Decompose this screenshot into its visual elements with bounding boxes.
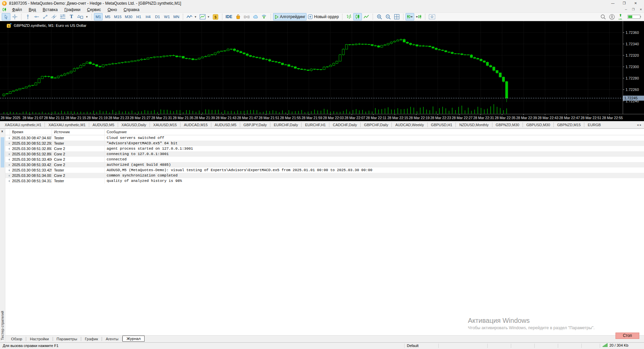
tab-graph[interactable]: График [81, 336, 102, 342]
chart-tab[interactable]: EURCHF,Daily [270, 122, 301, 127]
child-close-icon[interactable]: ✕ [640, 7, 642, 12]
journal-row[interactable]: 2025.03.30 08:51:34.313Testerquality of … [5, 178, 644, 184]
journal-row[interactable]: 2025.03.30 08:51:33.406Core 2connected [5, 157, 644, 162]
journal-row[interactable]: 2025.03.30 08:51:32.292Tester"Advisors\E… [5, 141, 644, 146]
stop-button[interactable]: Стоп [615, 333, 639, 339]
chart-tab[interactable]: XAGXAU.synthetic,H1 [1, 122, 45, 127]
chart-window-icon[interactable] [2, 7, 7, 12]
scroll-to-end-button[interactable] [406, 13, 414, 20]
vps-icon[interactable] [260, 13, 269, 20]
menu-charts[interactable]: Графики [61, 7, 84, 12]
indicators-dropdown-icon[interactable]: ▼ [194, 15, 197, 18]
menu-service[interactable]: Сервис [84, 7, 104, 12]
chart-tab[interactable]: AUDCAD,M15 [180, 122, 211, 127]
chart-shift-button[interactable] [414, 13, 423, 20]
chart-area[interactable]: 1.723601.723401.723201.723001.722801.722… [0, 21, 644, 121]
panel-close-icon[interactable]: x [1, 130, 3, 133]
journal-row[interactable]: 2025.03.30 08:51:34.001Core 2common sync… [5, 173, 644, 178]
horizontal-line-button[interactable] [32, 13, 41, 20]
journal-row[interactable]: 2025.03.30 08:51:32.893Core 2agent proce… [5, 146, 644, 151]
child-restore-icon[interactable]: ❐ [632, 7, 635, 12]
tab-settings[interactable]: Настройки [26, 336, 52, 342]
new-order-button[interactable]: Новый ордер [307, 13, 340, 20]
algo-trading-button[interactable]: Алготрейдинг [273, 13, 307, 20]
chart-tab[interactable]: XAGXAU.synthetic,M1 [45, 122, 89, 127]
profile-icon[interactable] [607, 13, 616, 20]
shapes-button[interactable]: ▼ [76, 13, 90, 20]
timeframe-m15-button[interactable]: M15 [113, 13, 123, 20]
currency-pairs-button[interactable]: $ [211, 13, 220, 20]
chart-tab[interactable]: AUDUSD,M5 [211, 122, 240, 127]
crosshair-button[interactable] [10, 13, 19, 20]
chart-tab[interactable]: GBPJPY,Daily [240, 122, 270, 127]
signals-icon[interactable]: ((o)) [243, 13, 251, 20]
tabs-scroll-right-icon[interactable]: ▸ [640, 123, 643, 127]
timeframe-m1-button[interactable]: M1 [94, 13, 103, 20]
status-profile[interactable]: Default [407, 344, 419, 348]
tab-journal[interactable]: Журнал [122, 336, 145, 342]
indicators-button[interactable]: ▼ [185, 13, 198, 20]
chart-tab[interactable]: GBPCHF,Daily [360, 122, 391, 127]
candlestick-chart[interactable]: 1.723601.723401.723201.723001.722801.722… [0, 21, 644, 121]
menu-file[interactable]: Файл [9, 7, 25, 12]
bars-chart-button[interactable] [344, 13, 353, 20]
candles-chart-button[interactable] [353, 13, 362, 20]
timeframe-d1-button[interactable]: D1 [153, 13, 162, 20]
indicator-window-dropdown-icon[interactable]: ▼ [207, 15, 210, 18]
zoom-out-button[interactable] [384, 13, 392, 20]
cursor-button[interactable] [2, 13, 10, 20]
timeframe-m30-button[interactable]: M30 [123, 13, 133, 20]
chart-tab[interactable]: GBPNZD,M30 [492, 122, 523, 127]
journal-row[interactable]: 2025.03.30 08:47:34.607TesterCloud serve… [5, 135, 644, 141]
chart-tab[interactable]: GBPUSD,H1 [427, 122, 456, 127]
shapes-dropdown-icon[interactable]: ▼ [86, 15, 88, 18]
close-button[interactable]: ✕ [630, 0, 641, 7]
vertical-line-button[interactable] [23, 13, 32, 20]
screenshot-button[interactable] [427, 13, 437, 20]
text-tool-button[interactable]: T [67, 13, 76, 20]
chart-tab[interactable]: GBPNZD,M15 [553, 122, 584, 127]
chart-tab[interactable]: AUDCAD,Weekly [391, 122, 427, 127]
journal-row[interactable]: 2025.03.30 08:51:33.425TesterAUDUSD,M5 (… [5, 167, 644, 173]
minimize-button[interactable]: — [607, 0, 619, 7]
metaeditor-button[interactable]: IDE [224, 13, 234, 20]
journal-col-source[interactable]: Источник [52, 129, 105, 135]
chart-tab[interactable]: NZDUSD,Monthly [455, 122, 492, 127]
chart-tab[interactable]: XAUUSD,M15 [150, 122, 180, 127]
journal-col-time[interactable]: Время [10, 129, 52, 135]
timeframe-mn-button[interactable]: MN [172, 13, 181, 20]
menu-help[interactable]: Справка [120, 7, 143, 12]
journal-row[interactable]: 2025.03.30 08:51:32.893Core 2connecting … [5, 151, 644, 157]
chart-tab[interactable]: CADCHF,Daily [329, 122, 360, 127]
restore-button[interactable]: ❐ [619, 0, 630, 7]
fibonacci-button[interactable] [58, 13, 67, 20]
chart-tab[interactable]: XAGUSD,Daily [118, 122, 150, 127]
tab-agents[interactable]: Агенты [102, 336, 122, 342]
timeframe-m5-button[interactable]: M5 [103, 13, 112, 20]
indicator-window-button[interactable]: ▼ [198, 13, 211, 20]
journal-row[interactable]: 2025.03.30 08:51:33.421Core 2authorized … [5, 162, 644, 167]
chart-tab[interactable]: EURGB [584, 122, 604, 127]
chart-tab[interactable]: AUDUSD,M5 [89, 122, 118, 127]
child-minimize-icon[interactable]: ─ [625, 7, 627, 12]
tile-windows-button[interactable] [392, 13, 401, 20]
timeframe-w1-button[interactable]: W1 [163, 13, 171, 20]
chart-tab[interactable]: EURCHF,H1 [301, 122, 329, 127]
zoom-in-button[interactable] [375, 13, 384, 20]
trendline-button[interactable] [41, 13, 50, 20]
tab-parameters[interactable]: Параметры [53, 336, 81, 342]
menu-insert[interactable]: Вставка [39, 7, 61, 12]
timeframe-h4-button[interactable]: H4 [144, 13, 153, 20]
market-icon[interactable] [234, 13, 243, 20]
tab-overview[interactable]: Обзор [7, 336, 26, 342]
menu-window[interactable]: Окно [104, 7, 120, 12]
journal-col-message[interactable]: Сообщение [105, 129, 644, 135]
connection-level-icon[interactable]: ⬆LVL [616, 13, 625, 20]
search-icon[interactable] [599, 13, 607, 20]
line-chart-button[interactable] [362, 13, 371, 20]
timeframe-h1-button[interactable]: H1 [135, 13, 143, 20]
channel-button[interactable] [50, 13, 58, 20]
chart-tab[interactable]: GBPUSD,M30 [523, 122, 553, 127]
cloud-icon[interactable] [251, 13, 260, 20]
menu-view[interactable]: Вид [25, 7, 40, 12]
